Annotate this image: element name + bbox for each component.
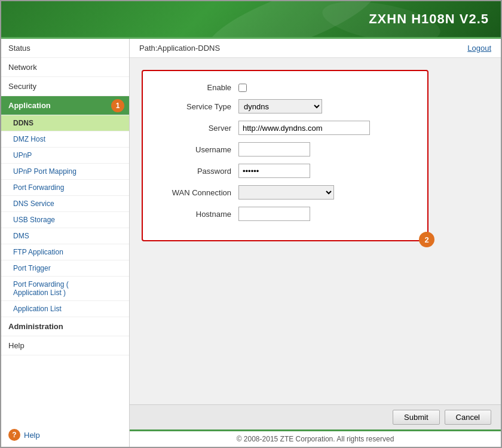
sidebar-sub-port-forwarding-app[interactable]: Port Forwarding (Application List ) — [1, 277, 129, 301]
username-row: Username — [161, 142, 409, 157]
sidebar-item-administration[interactable]: Administration — [1, 317, 129, 336]
sidebar-sub-upnp-port-mapping[interactable]: UPnP Port Mapping — [1, 164, 129, 180]
sidebar-item-application[interactable]: Application 1 — [1, 96, 129, 115]
hostname-input[interactable] — [238, 207, 310, 221]
bottom-bar: Submit Cancel © 2008-2015 ZTE Corporatio… — [130, 404, 501, 447]
sidebar-sub-dmzhost[interactable]: DMZ Host — [1, 131, 129, 148]
sidebar-item-help[interactable]: Help — [1, 336, 129, 355]
form-badge-2: 2 — [419, 232, 434, 247]
server-input[interactable] — [238, 121, 370, 135]
sidebar-sub-dns-service[interactable]: DNS Service — [1, 196, 129, 212]
username-input[interactable] — [238, 142, 310, 157]
wan-connection-select[interactable] — [238, 185, 334, 200]
path-bar: Path:Application-DDNS Logout — [130, 39, 501, 58]
copyright-text: © 2008-2015 ZTE Corporation. All rights … — [237, 435, 394, 443]
submit-button[interactable]: Submit — [393, 410, 439, 425]
hostname-row: Hostname — [161, 207, 409, 221]
password-input[interactable] — [238, 164, 310, 178]
sidebar-sub-dms[interactable]: DMS — [1, 228, 129, 244]
sidebar-sub-usb-storage[interactable]: USB Storage — [1, 212, 129, 228]
application-badge: 1 — [111, 99, 124, 112]
copyright-bar: © 2008-2015 ZTE Corporation. All rights … — [130, 429, 501, 447]
enable-label: Enable — [161, 83, 238, 92]
sidebar-sub-upnp[interactable]: UPnP — [1, 148, 129, 164]
footer-buttons: Submit Cancel — [130, 404, 501, 429]
password-label: Password — [161, 167, 238, 176]
server-row: Server — [161, 121, 409, 135]
sidebar-help-button[interactable]: ? Help — [1, 423, 129, 447]
enable-checkbox[interactable] — [238, 84, 247, 92]
sidebar-item-network[interactable]: Network — [1, 58, 129, 77]
sidebar-sub-ddns[interactable]: DDNS — [1, 115, 129, 131]
wan-connection-row: WAN Connection — [161, 185, 409, 200]
content-area: Path:Application-DDNS Logout Enable Serv… — [130, 39, 501, 447]
wan-connection-label: WAN Connection — [161, 188, 238, 197]
sidebar-sub-ftp-application[interactable]: FTP Application — [1, 244, 129, 260]
password-row: Password — [161, 164, 409, 178]
path-text: Path:Application-DDNS — [139, 44, 220, 53]
service-type-label: Service Type — [161, 102, 238, 111]
service-type-select[interactable]: dyndns no-ip 3322 — [238, 99, 322, 113]
sidebar-item-security[interactable]: Security — [1, 77, 129, 96]
username-label: Username — [161, 145, 238, 154]
sidebar: Status Network Security Application 1 DD… — [1, 39, 130, 447]
sidebar-sub-port-forwarding[interactable]: Port Forwarding — [1, 180, 129, 196]
service-type-row: Service Type dyndns no-ip 3322 — [161, 99, 409, 113]
logout-link[interactable]: Logout — [467, 44, 491, 53]
app-title: ZXHN H108N V2.5 — [369, 11, 489, 27]
sidebar-item-status[interactable]: Status — [1, 39, 129, 58]
ddns-form-box: Enable Service Type dyndns no-ip 3322 — [142, 70, 428, 241]
header: ZXHN H108N V2.5 — [1, 1, 501, 37]
hostname-label: Hostname — [161, 210, 238, 219]
sidebar-sub-application-list[interactable]: Application List — [1, 301, 129, 317]
help-circle-icon: ? — [8, 429, 20, 441]
content-body: Enable Service Type dyndns no-ip 3322 — [130, 58, 501, 404]
sidebar-sub-port-trigger[interactable]: Port Trigger — [1, 260, 129, 277]
main-content: Status Network Security Application 1 DD… — [1, 37, 501, 447]
cancel-button[interactable]: Cancel — [445, 410, 491, 425]
help-label: Help — [24, 431, 40, 440]
enable-row: Enable — [161, 83, 409, 92]
server-label: Server — [161, 124, 238, 133]
